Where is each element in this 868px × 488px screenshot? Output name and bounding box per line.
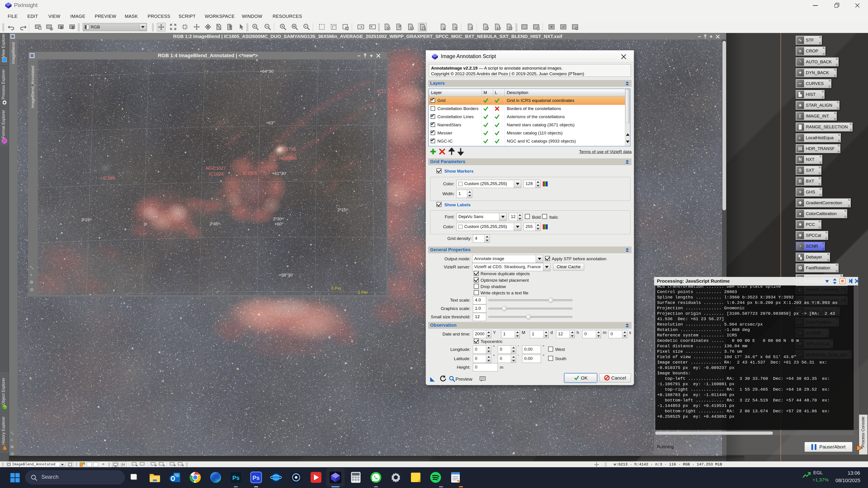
svg-text:Ps: Ps [252,475,260,481]
svg-text:Ps: Ps [232,475,240,481]
